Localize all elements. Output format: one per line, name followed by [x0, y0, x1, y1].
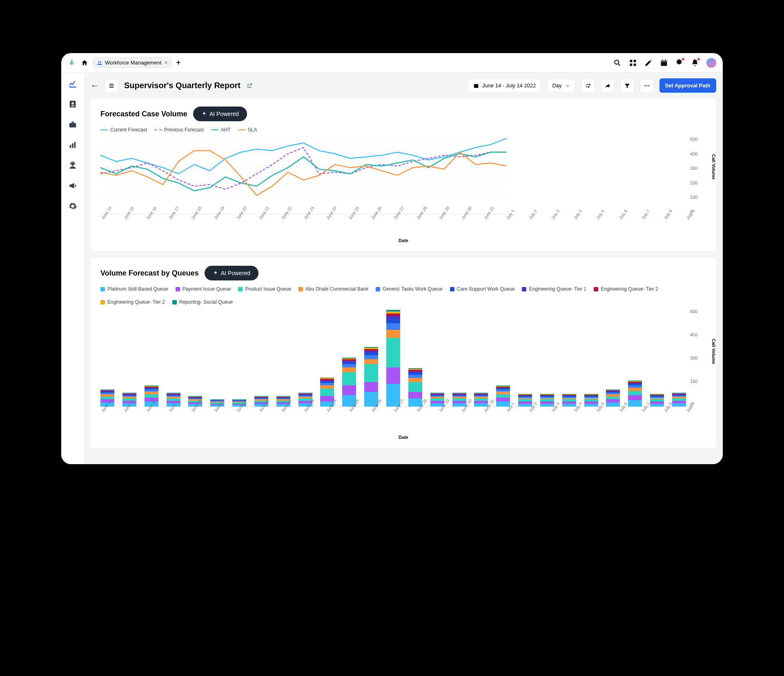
x-axis-ticks: June 14June 15June 16June 17June 18June … — [100, 218, 686, 222]
legend-item: Current Forecast — [100, 127, 147, 133]
legend-item: Engineering Queue- Tier 1 — [522, 286, 586, 292]
set-approval-path-button[interactable]: Set Approval Path — [659, 78, 716, 93]
bar-column — [408, 368, 422, 407]
svg-point-17 — [589, 84, 590, 85]
bar-column — [496, 385, 510, 407]
y-axis-label: Call Volume — [711, 339, 716, 364]
x-axis-label: Date — [399, 238, 408, 243]
settings-button[interactable] — [581, 79, 595, 93]
tab-close-icon[interactable]: ✕ — [164, 60, 168, 65]
ai-powered-pill: AI Powered — [193, 107, 247, 121]
sidebar — [61, 73, 84, 464]
sidebar-megaphone-icon[interactable] — [68, 181, 77, 190]
bar-column — [562, 394, 576, 407]
svg-rect-11 — [69, 123, 76, 127]
card1-legend: Current ForecastPrevious ForecastAHTSLA — [100, 127, 706, 133]
search-icon[interactable] — [613, 59, 621, 67]
card2-title: Volume Forecast by Queues — [100, 269, 199, 278]
bar-column — [606, 389, 620, 407]
sidebar-contact-icon[interactable] — [68, 100, 77, 109]
sparkle-icon — [201, 111, 207, 117]
ai-powered-pill: AI Powered — [205, 266, 258, 280]
date-range-text: June 14 - July 14 2022 — [482, 82, 536, 89]
sparkle-icon — [213, 270, 218, 276]
bar-column — [342, 358, 356, 407]
svg-point-21 — [648, 85, 649, 86]
card1-title: Forecasted Case Volume — [100, 110, 187, 118]
calendar-icon[interactable] — [660, 59, 668, 67]
tab-workforce-management[interactable]: Workforce Management ✕ — [93, 58, 172, 68]
x-axis-label: Date — [399, 435, 408, 440]
app-window: Workforce Management ✕ + — [61, 53, 723, 464]
svg-rect-14 — [74, 142, 76, 148]
granularity-value: Day — [552, 82, 561, 89]
y-axis-label: Call Volume — [711, 154, 716, 180]
bar-column — [672, 393, 686, 407]
legend-item: Reporting- Social Queue — [172, 299, 233, 305]
x-axis-ticks: June 14June 15June 16June 17June 18June … — [100, 410, 686, 415]
y-axis-ticks: 6004503001500 — [690, 309, 706, 407]
svg-point-19 — [644, 85, 646, 86]
svg-point-20 — [646, 85, 647, 86]
edit-icon[interactable] — [644, 59, 653, 67]
svg-rect-8 — [661, 60, 667, 62]
new-tab-button[interactable]: + — [176, 58, 181, 67]
sidebar-gear-icon[interactable] — [68, 202, 77, 211]
date-range-picker[interactable]: June 14 - July 14 2022 — [468, 79, 541, 92]
bar-column — [540, 394, 554, 407]
legend-item: Care Support Work Queue — [450, 286, 515, 292]
tab-label: Workforce Management — [105, 60, 162, 66]
back-button[interactable]: ← — [91, 81, 99, 90]
svg-point-18 — [588, 86, 589, 87]
svg-point-10 — [71, 102, 74, 105]
bar-column — [386, 310, 400, 407]
bar-column — [474, 393, 488, 407]
svg-rect-4 — [634, 60, 636, 62]
puzzle-icon[interactable] — [675, 59, 684, 67]
menu-button[interactable] — [105, 79, 118, 93]
svg-rect-13 — [72, 143, 74, 148]
legend-item: Engineering Queue- Tier 2 — [594, 286, 658, 292]
home-icon[interactable] — [81, 59, 88, 67]
bar-column — [518, 394, 532, 407]
people-icon — [97, 60, 102, 66]
svg-rect-16 — [474, 84, 479, 87]
svg-point-1 — [100, 61, 102, 62]
sidebar-agent-icon[interactable] — [68, 161, 77, 170]
avatar[interactable] — [706, 58, 716, 68]
topbar: Workforce Management ✕ + — [61, 53, 723, 73]
line-plot — [100, 137, 507, 214]
sidebar-barchart-icon[interactable] — [68, 140, 77, 149]
bar-plot — [100, 309, 686, 407]
svg-rect-3 — [630, 60, 633, 62]
volume-forecast-queues-card: Volume Forecast by Queues AI Powered Pla… — [91, 258, 716, 448]
page-header: ← Supervisor's Quarterly Report June 14 … — [91, 73, 716, 98]
legend-item: Previous Forecast — [154, 127, 204, 133]
legend-item: Platinum Skill Based Queue — [100, 286, 168, 292]
svg-rect-12 — [70, 145, 71, 148]
apps-icon[interactable] — [629, 59, 637, 67]
calendar-icon — [473, 83, 479, 89]
y-axis-ticks: 5004003002001000 — [690, 137, 706, 214]
page-title: Supervisor's Quarterly Report — [124, 81, 241, 90]
sidebar-briefcase-icon[interactable] — [68, 120, 77, 129]
chevron-down-icon — [565, 83, 570, 88]
legend-item: SLA — [238, 127, 257, 133]
card2-legend: Platinum Skill Based QueuePayment Issue … — [100, 286, 706, 305]
forecasted-case-volume-card: Forecasted Case Volume AI Powered Curren… — [91, 98, 716, 251]
main-content: ← Supervisor's Quarterly Report June 14 … — [84, 73, 723, 464]
more-button[interactable] — [640, 79, 654, 93]
granularity-select[interactable]: Day — [547, 79, 575, 92]
filter-button[interactable] — [620, 79, 634, 93]
bar-column — [584, 394, 598, 407]
popout-icon[interactable] — [246, 82, 253, 89]
svg-rect-6 — [634, 63, 636, 66]
legend-item: Abu Dhabi Commercial Bank — [298, 286, 368, 292]
sidebar-analytics-icon[interactable] — [68, 79, 77, 88]
brand-logo — [68, 59, 76, 67]
bell-icon[interactable] — [691, 59, 699, 67]
line-chart: 5004003002001000 Call Volume June 14June… — [100, 137, 706, 243]
bar-column — [628, 380, 642, 407]
share-button[interactable] — [601, 79, 615, 93]
legend-item: Engineering Queue- Tier 2 — [100, 299, 165, 305]
